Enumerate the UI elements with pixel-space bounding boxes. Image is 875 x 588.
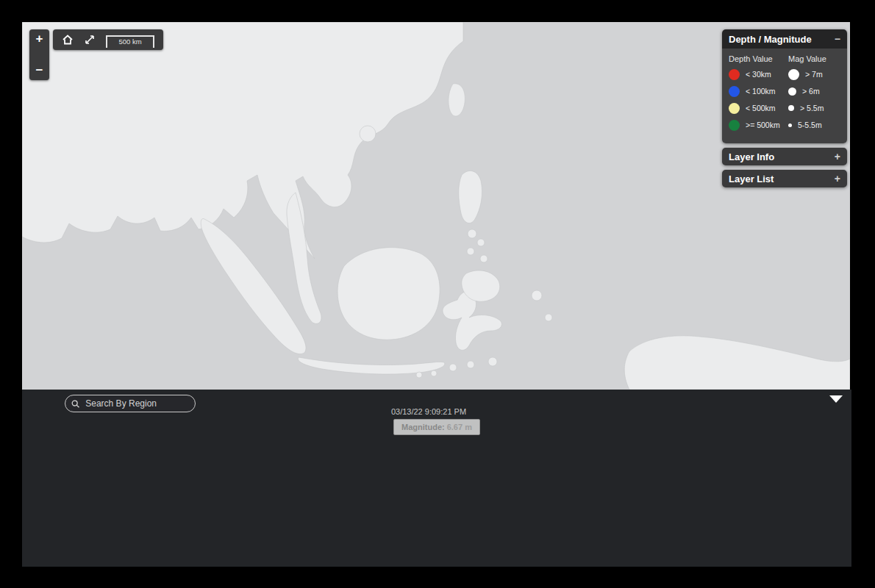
tooltip-magnitude: Magnitude:6.67 m [393,419,480,435]
timeline-chart[interactable] [22,390,851,567]
land-shape [545,314,552,321]
legend-swatch-icon [729,69,740,80]
legend-item: > 5.5m [788,102,840,114]
legend-item-label: 5-5.5m [798,121,822,129]
search-input[interactable] [84,398,189,409]
legend-item-label: < 500km [746,104,776,112]
mag-legend-title: Mag Value [788,54,840,63]
legend-item: 5-5.5m [788,119,840,131]
layer-list-title: Layer List [729,173,774,184]
depth-magnitude-title: Depth / Magnitude [729,34,812,45]
tooltip-value: 6.67 m [447,423,472,431]
tooltip-date: 03/13/22 9:09:21 PM [370,407,488,416]
legend-item: < 500km [729,102,781,114]
timeline-panel: 03/13/22 9:09:21 PM Magnitude:6.67 m [22,390,851,567]
land-shape [467,361,474,368]
home-icon[interactable] [62,34,74,46]
collapse-timeline-button[interactable] [829,395,843,403]
layer-info-title: Layer Info [729,151,774,162]
search-icon [71,399,79,409]
legend-swatch-icon [729,120,740,131]
land-shape [449,364,457,371]
land-shape [480,255,488,262]
depth-legend-title: Depth Value [729,54,781,63]
zoom-out-button[interactable]: − [29,65,49,76]
legend-swatch-icon [729,103,740,114]
layer-list-panel[interactable]: Layer List + [722,170,847,187]
land-shape [477,239,485,246]
collapse-minus-icon[interactable]: − [835,33,840,45]
expand-icon[interactable] [84,34,96,46]
legend-item: < 30km [729,68,781,80]
legend-item-label: < 100km [746,87,776,96]
land-shape [338,248,440,340]
mag-legend-column: Mag Value > 7m> 6m> 5.5m5-5.5m [788,54,840,136]
region-search-box [65,395,196,412]
land-shape [468,229,476,238]
land-shape [467,248,474,255]
depth-magnitude-body: Depth Value < 30km< 100km< 500km>= 500km… [722,49,847,143]
legend-item: > 7m [788,68,840,80]
map-zoom-control: + − [29,29,49,80]
depth-magnitude-panel: Depth / Magnitude − Depth Value < 30km< … [722,29,847,143]
depth-magnitude-header[interactable]: Depth / Magnitude − [722,29,847,49]
land-shape [360,126,376,142]
map-scale-bar: 500 km [106,35,154,48]
mag-legend-rows: > 7m> 6m> 5.5m5-5.5m [788,68,840,131]
legend-item-label: > 5.5m [800,104,824,112]
legend-item: >= 500km [729,119,781,131]
depth-legend-rows: < 30km< 100km< 500km>= 500km [729,68,781,131]
tooltip-label: Magnitude: [401,423,445,431]
legend-item-label: < 30km [746,70,771,79]
legend-item-label: >= 500km [746,121,780,129]
legend-swatch-icon [788,87,796,96]
legend-swatch-icon [729,86,740,97]
legend-item: > 6m [788,85,840,97]
app-root: { "map": { "bg": "#d2d3d5", "land_color"… [0,0,875,588]
legend-swatch-icon [788,105,794,111]
layer-info-panel[interactable]: Layer Info + [722,148,847,165]
land-shape [532,290,542,301]
map-panel-stack: Depth / Magnitude − Depth Value < 30km< … [722,29,847,187]
depth-legend-column: Depth Value < 30km< 100km< 500km>= 500km [729,54,781,136]
legend-item-label: > 6m [802,87,820,96]
legend-swatch-icon [788,69,799,80]
legend-swatch-icon [788,123,792,127]
land-shape [416,372,422,378]
expand-plus-icon[interactable]: + [835,151,840,162]
map-container[interactable]: + − 500 km Depth / Magnitude − Depth Val… [22,22,850,390]
legend-item: < 100km [729,85,781,97]
land-shape [431,370,437,376]
land-shape [488,357,497,366]
legend-item-label: > 7m [805,70,823,79]
zoom-in-button[interactable]: + [29,34,49,44]
expand-plus-icon[interactable]: + [835,173,840,184]
map-toolbar: 500 km [53,29,163,50]
